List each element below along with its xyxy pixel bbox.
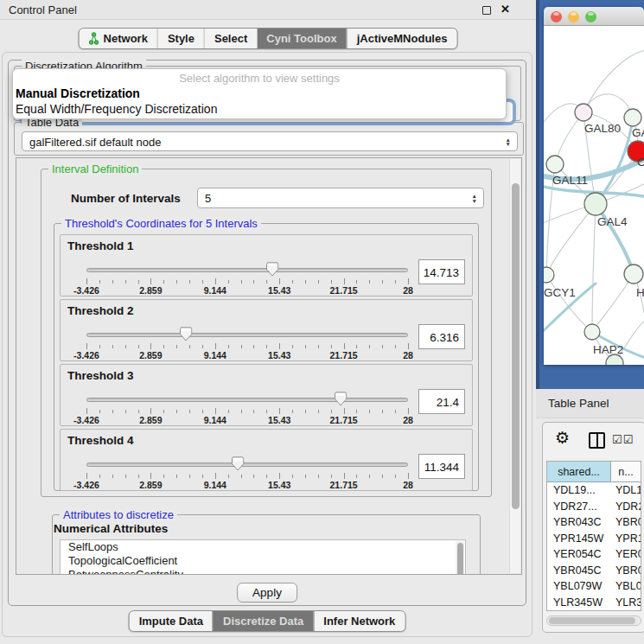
slider-track[interactable] xyxy=(86,462,408,467)
column-header-name[interactable]: n... xyxy=(611,462,641,481)
table-row[interactable]: YDR27...YDR27... xyxy=(547,499,641,515)
tab-discretize-data[interactable]: Discretize Data xyxy=(213,611,313,631)
tick-mark xyxy=(344,473,345,479)
cell-name[interactable]: YER05... xyxy=(611,546,641,563)
table-row[interactable]: YDL19...YDL19... xyxy=(547,482,641,499)
table-row[interactable]: YBL079WYBL07... xyxy=(547,578,641,595)
attribute-item[interactable]: BetweennessCentrality xyxy=(61,568,465,575)
network-edge xyxy=(592,204,596,332)
cell-shared-name[interactable]: YER054C xyxy=(547,546,611,563)
checkbox-icons[interactable]: ☑☑ xyxy=(612,433,634,446)
cell-name[interactable]: YDL19... xyxy=(611,482,641,499)
attribute-item[interactable]: SelfLoops xyxy=(61,540,465,554)
table-toolbar: ⚙ ☑☑ xyxy=(543,423,644,459)
mac-close-button[interactable] xyxy=(551,11,562,22)
tab-impute-data[interactable]: Impute Data xyxy=(130,611,213,631)
table-row[interactable]: YIL052CYIL05... xyxy=(547,610,641,611)
threshold-slider[interactable]: -3.4262.8599.14415.4321.71528 xyxy=(86,326,408,359)
table-row[interactable]: YBR045CYBR04... xyxy=(547,563,641,579)
threshold-value-field[interactable]: 14.713 xyxy=(418,259,465,284)
mac-minimize-button[interactable] xyxy=(568,11,579,22)
slider-track[interactable] xyxy=(86,268,408,272)
cell-shared-name[interactable]: YDL19... xyxy=(547,482,611,499)
table-horizontal-scrollbar[interactable] xyxy=(546,615,641,626)
network-node[interactable] xyxy=(546,156,564,173)
node-label: GAL80 xyxy=(584,122,621,135)
tab-network[interactable]: Network xyxy=(80,29,157,48)
network-node[interactable] xyxy=(544,267,554,283)
tab-jactivemnodules[interactable]: jActiveMNodules xyxy=(347,29,457,48)
threshold-slider[interactable]: -3.4262.8599.14415.4321.71528 xyxy=(86,261,408,294)
cell-shared-name[interactable]: YBL079W xyxy=(547,578,611,595)
slider-thumb[interactable] xyxy=(180,327,193,341)
tab-select[interactable]: Select xyxy=(204,29,257,48)
cell-name[interactable]: YBR04... xyxy=(611,514,641,531)
cell-name[interactable]: YDR27... xyxy=(611,499,641,515)
attribute-item[interactable]: TopologicalCoefficient xyxy=(61,554,465,568)
cell-shared-name[interactable]: YDR27... xyxy=(547,499,611,515)
mac-zoom-button[interactable] xyxy=(585,11,596,22)
slider-thumb[interactable] xyxy=(265,262,278,277)
slider-track[interactable] xyxy=(86,398,408,402)
column-header-shared-name[interactable]: shared... xyxy=(547,462,611,481)
tick-mark xyxy=(202,345,203,348)
tick-mark xyxy=(253,280,254,284)
threshold-value-field[interactable]: 11.344 xyxy=(418,454,465,479)
attribute-list-scrollbar[interactable] xyxy=(456,541,464,575)
cell-shared-name[interactable]: YBR043C xyxy=(547,514,611,531)
close-icon[interactable]: ✕ xyxy=(501,3,510,16)
slider-thumb[interactable] xyxy=(231,456,244,471)
network-node[interactable] xyxy=(584,193,607,215)
threshold-value-field[interactable]: 6.316 xyxy=(418,324,465,349)
network-node[interactable] xyxy=(624,109,641,126)
tab-style[interactable]: Style xyxy=(157,29,204,48)
table-row[interactable]: YLR345WYLR34... xyxy=(547,595,641,611)
network-node[interactable] xyxy=(624,265,643,284)
threshold-slider[interactable]: -3.4262.8599.14415.4321.71528 xyxy=(86,456,408,488)
tick-mark xyxy=(228,475,229,478)
float-window-icon[interactable] xyxy=(482,6,491,15)
slider-ticks xyxy=(86,473,408,480)
node-table[interactable]: shared... n... YDL19...YDL19...YDR27...Y… xyxy=(546,461,641,611)
cell-name[interactable]: YIL05... xyxy=(611,610,641,611)
tick-mark xyxy=(279,473,280,479)
gear-icon[interactable]: ⚙ xyxy=(555,428,570,448)
network-node[interactable] xyxy=(575,104,592,121)
cell-shared-name[interactable]: YIL052C xyxy=(547,610,611,611)
network-edge xyxy=(583,50,644,112)
slider-ticks xyxy=(86,278,408,285)
threshold-box: Threshold 3 -3.4262.8599.14415.4321.7152… xyxy=(60,364,473,426)
number-of-intervals-spinner[interactable]: 5 ▲▼ xyxy=(197,188,484,208)
table-data-combobox[interactable]: galFiltered.sif default node ▲▼ xyxy=(22,131,518,151)
tick-mark xyxy=(395,475,396,478)
tab-infer-network[interactable]: Infer Network xyxy=(313,611,405,631)
cell-name[interactable]: YPR14... xyxy=(611,531,641,547)
cell-shared-name[interactable]: YPR145W xyxy=(547,531,611,547)
apply-button[interactable]: Apply xyxy=(237,583,297,603)
dropdown-item-equal-width[interactable]: Equal Width/Frequency Discretization xyxy=(16,102,217,116)
columns-icon[interactable] xyxy=(589,432,605,449)
tick-mark xyxy=(125,280,126,284)
cell-name[interactable]: YLR34... xyxy=(611,595,641,611)
table-row[interactable]: YER054CYER05... xyxy=(547,546,641,563)
cell-shared-name[interactable]: YBR045C xyxy=(547,563,611,579)
slider-track[interactable] xyxy=(86,333,408,337)
table-row[interactable]: YBR043CYBR04... xyxy=(547,514,641,531)
threshold-value-field[interactable]: 21.4 xyxy=(418,389,465,414)
network-node[interactable] xyxy=(584,324,600,340)
network-canvas[interactable]: GAL80GACGAL11GAL4GCY1HHAP2 xyxy=(544,26,644,365)
node-label: GAL11 xyxy=(552,174,588,187)
cell-name[interactable]: YBL07... xyxy=(611,578,641,595)
node-label: GCY1 xyxy=(544,286,576,299)
settings-scrollbar[interactable] xyxy=(509,159,520,573)
dropdown-item-manual-discretization[interactable]: Manual Discretization xyxy=(16,86,140,100)
table-row[interactable]: YPR145WYPR14... xyxy=(547,531,641,547)
cell-name[interactable]: YBR04... xyxy=(611,563,641,579)
tick-mark xyxy=(331,410,332,413)
attribute-list[interactable]: SelfLoopsTopologicalCoefficientBetweenne… xyxy=(60,539,466,575)
tick-mark xyxy=(408,473,409,479)
tab-cyni-toolbox[interactable]: Cyni Toolbox xyxy=(257,29,346,48)
threshold-slider[interactable]: -3.4262.8599.14415.4321.71528 xyxy=(86,391,408,424)
cell-shared-name[interactable]: YLR345W xyxy=(547,595,611,611)
slider-thumb[interactable] xyxy=(334,392,347,406)
